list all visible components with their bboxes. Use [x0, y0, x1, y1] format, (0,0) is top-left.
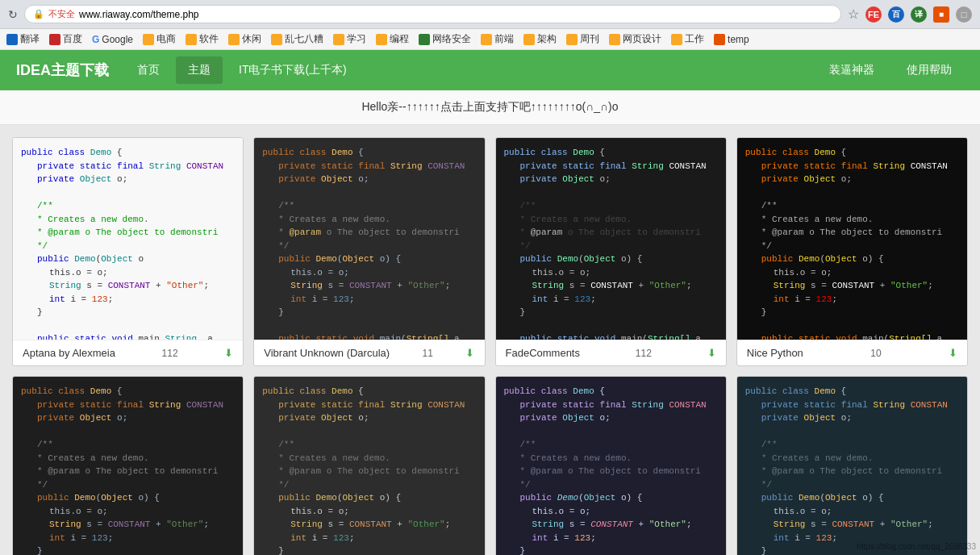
theme-name[interactable]: Nice Python: [747, 347, 803, 359]
theme-preview-7: public class Demo { private static final…: [496, 377, 726, 555]
nav-home[interactable]: 首页: [125, 56, 172, 84]
bookmark-label: 架构: [537, 32, 557, 46]
bookmark-label: temp: [728, 34, 749, 45]
bookmark-icon: [271, 34, 282, 45]
bookmark-temp[interactable]: temp: [714, 34, 749, 45]
bookmark-icon: [376, 34, 387, 45]
theme-footer-nicepy: Nice Python 10 ⬇: [737, 340, 967, 365]
bookmark-icon: [333, 34, 344, 45]
bookmark-study[interactable]: 学习: [333, 32, 366, 46]
hero-text: Hello亲--↑↑↑↑↑↑点击上面支持下吧↑↑↑↑↑↑↑↑o(∩_∩)o: [361, 100, 618, 113]
bookmark-leisure[interactable]: 休闲: [228, 32, 261, 46]
bookmark-label: 电商: [156, 32, 176, 46]
bookmark-label: 翻译: [20, 32, 40, 46]
url-text: www.riaway.com/theme.php: [79, 9, 199, 20]
theme-preview-8: public class Demo { private static final…: [737, 377, 967, 555]
bookmark-star-icon[interactable]: ☆: [848, 6, 859, 22]
bookmark-translate[interactable]: 翻译: [6, 32, 40, 46]
nav-books[interactable]: IT电子书下载(上千本): [227, 56, 359, 84]
bookmark-label: 网页设计: [623, 32, 661, 46]
theme-footer-fade: FadeComments 112 ⬇: [496, 340, 726, 365]
site-nav-right: 装逼神器 使用帮助: [817, 56, 964, 84]
theme-footer-darcula: Vibrant Unknown (Darcula) 11 ⬇: [254, 340, 484, 365]
theme-count: 10: [870, 348, 881, 359]
theme-name[interactable]: Aptana by Alexmeia: [23, 347, 115, 359]
bookmark-icon: [228, 34, 240, 45]
bookmark-baidu[interactable]: 百度: [49, 32, 82, 46]
bookmark-label: Google: [102, 34, 133, 45]
lock-label: 不安全: [48, 8, 75, 20]
nav-help[interactable]: 使用帮助: [895, 56, 964, 84]
theme-card-6: public class Demo { private static final…: [253, 376, 485, 555]
theme-name[interactable]: Vibrant Unknown (Darcula): [264, 347, 390, 359]
theme-card-nicepy: public class Demo { private static final…: [736, 137, 968, 366]
bookmark-label: 乱七八糟: [285, 32, 323, 46]
bookmark-icon: [609, 34, 620, 45]
theme-card-fade: public class Demo { private static final…: [495, 137, 727, 366]
theme-preview-5: public class Demo { private static final…: [13, 377, 243, 555]
bookmark-label: 工作: [685, 32, 704, 46]
browser-bar: ↻ 🔒 不安全 www.riaway.com/theme.php ☆ FE 百 …: [0, 0, 980, 29]
bookmark-label: 周刊: [580, 32, 599, 46]
reload-icon[interactable]: ↻: [8, 8, 18, 21]
bookmark-weekly[interactable]: 周刊: [566, 32, 599, 46]
bookmark-webdesign[interactable]: 网页设计: [609, 32, 661, 46]
bookmark-icon: [566, 34, 578, 45]
bookmark-icon: [523, 34, 535, 45]
bookmark-label: 软件: [199, 32, 219, 46]
theme-count: 11: [423, 348, 433, 359]
browser-extension-4[interactable]: ■: [933, 6, 949, 23]
bookmark-icon: [419, 34, 430, 45]
site-logo[interactable]: IDEA主题下载: [16, 61, 109, 80]
download-icon[interactable]: ⬇: [949, 347, 957, 359]
bookmark-ecommerce[interactable]: 电商: [143, 32, 176, 46]
theme-footer-aptana: Aptana by Alexmeia 112 ⬇: [13, 340, 243, 365]
browser-extension-1[interactable]: FE: [865, 6, 882, 23]
address-bar[interactable]: 🔒 不安全 www.riaway.com/theme.php: [24, 5, 841, 23]
bookmark-arch[interactable]: 架构: [523, 32, 557, 46]
bookmark-software[interactable]: 软件: [186, 32, 219, 46]
theme-card-8: public class Demo { private static final…: [736, 376, 968, 555]
security-icon: 🔒: [33, 9, 44, 19]
bookmark-icon: [481, 34, 492, 45]
nav-tool[interactable]: 装逼神器: [817, 56, 886, 84]
theme-card-aptana: public class Demo { private static final…: [12, 137, 244, 366]
theme-grid: public class Demo { private static final…: [0, 125, 980, 555]
bookmark-programming[interactable]: 编程: [376, 32, 409, 46]
bookmark-label: 学习: [347, 32, 366, 46]
browser-extension-3[interactable]: 译: [911, 6, 927, 23]
theme-card-7: public class Demo { private static final…: [495, 376, 727, 555]
bookmark-misc[interactable]: 乱七八糟: [271, 32, 323, 46]
bookmark-security[interactable]: 网络安全: [419, 32, 471, 46]
browser-extension-5[interactable]: □: [956, 6, 972, 23]
site-header: IDEA主题下载 首页 主题 IT电子书下载(上千本) 装逼神器 使用帮助: [0, 50, 980, 90]
bookmark-label: 前端: [494, 32, 514, 46]
theme-preview-darcula: public class Demo { private static final…: [254, 138, 484, 340]
theme-preview-fade: public class Demo { private static final…: [496, 138, 726, 340]
theme-card-5: public class Demo { private static final…: [12, 376, 244, 555]
watermark: https://blog.csdn.net/qq_2698333: [857, 542, 976, 551]
theme-preview-6: public class Demo { private static final…: [254, 377, 484, 555]
bookmark-icon: [49, 34, 60, 45]
download-icon[interactable]: ⬇: [707, 347, 716, 359]
bookmark-icon: [6, 34, 18, 45]
bookmark-label: 网络安全: [432, 32, 471, 46]
download-icon[interactable]: ⬇: [224, 347, 233, 359]
bookmark-icon: [714, 34, 725, 45]
bookmark-label: 编程: [390, 32, 409, 46]
theme-count: 112: [162, 348, 178, 359]
google-icon: G: [92, 34, 99, 45]
nav-themes[interactable]: 主题: [176, 56, 223, 84]
bookmarks-bar: 翻译 百度 G Google 电商 软件 休闲 乱七八糟 学习 编程 网络安全 …: [0, 29, 980, 50]
theme-card-darcula: public class Demo { private static final…: [253, 137, 485, 366]
bookmark-label: 休闲: [242, 32, 261, 46]
theme-name[interactable]: FadeComments: [506, 347, 580, 359]
bookmark-icon: [186, 34, 197, 45]
bookmark-frontend[interactable]: 前端: [481, 32, 514, 46]
download-icon[interactable]: ⬇: [465, 347, 474, 359]
site-nav: 首页 主题 IT电子书下载(上千本): [125, 56, 817, 84]
bookmark-label: 百度: [63, 32, 82, 46]
browser-extension-2[interactable]: 百: [888, 6, 904, 23]
bookmark-work[interactable]: 工作: [671, 32, 704, 46]
bookmark-google[interactable]: G Google: [92, 34, 133, 45]
